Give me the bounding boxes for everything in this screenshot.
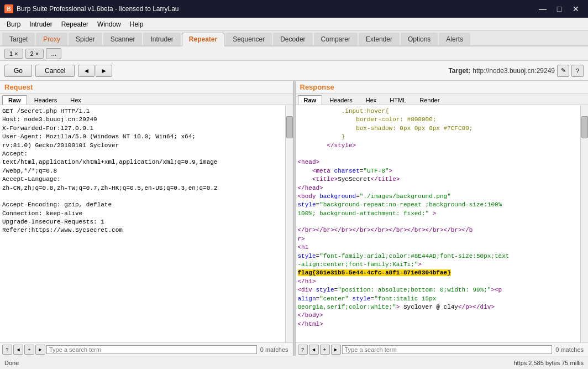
nav-tab-options[interactable]: Options (401, 33, 438, 45)
request-search-plus[interactable]: + (24, 345, 34, 355)
help-target-button[interactable]: ? (571, 65, 584, 77)
response-search-plus[interactable]: + (320, 345, 330, 355)
request-search-input[interactable] (46, 345, 257, 354)
response-content: .input:hover{ border-color: #808000; box… (296, 105, 589, 342)
request-content: GET /Secret.php HTTP/1.1 Host: node3.buu… (0, 105, 293, 342)
nav-tab-decoder[interactable]: Decoder (273, 33, 312, 45)
request-subtabs: Raw Headers Hex (0, 94, 293, 105)
response-search-back[interactable]: ◄ (309, 345, 319, 355)
request-scrollbar[interactable] (285, 105, 293, 342)
response-tab-render[interactable]: Render (413, 95, 445, 105)
titlebar-left: B Burp Suite Professional v1.6beta - lic… (4, 4, 179, 13)
response-subtabs: Raw Headers Hex HTML Render (296, 94, 589, 105)
menu-item-help[interactable]: Help (125, 19, 148, 29)
response-search-prev[interactable]: ? (298, 345, 308, 355)
nav-tab-proxy[interactable]: Proxy (36, 33, 67, 45)
request-panel-header: Request (0, 81, 293, 94)
edit-target-button[interactable]: ✎ (557, 65, 569, 77)
status-info: https 2,585 bytes 75 millis (513, 360, 584, 366)
toolbar: Go Cancel ◄ ► Target: http://node3.buuoj… (0, 61, 588, 81)
response-tab-raw[interactable]: Raw (298, 95, 323, 105)
response-tab-html[interactable]: HTML (384, 95, 412, 105)
request-panel: Request Raw Headers Hex GET /Secret.php … (0, 81, 293, 356)
request-search-next[interactable]: ► (35, 345, 45, 355)
response-search-next[interactable]: ► (331, 345, 341, 355)
repeater-more-button[interactable]: ... (46, 48, 61, 59)
app-icon: B (4, 4, 13, 13)
repeater-tabs: 1 ×2 ×... (0, 46, 588, 61)
repeater-tab-2[interactable]: 2 × (25, 49, 44, 59)
nav-tab-target[interactable]: Target (2, 33, 35, 45)
repeater-tab-1[interactable]: 1 × (4, 49, 23, 59)
response-tab-headers[interactable]: Headers (323, 95, 359, 105)
response-search-bar: ? ◄ + ► 0 matches (296, 342, 589, 356)
request-scrollbar-thumb[interactable] (286, 116, 293, 138)
nav-tab-comparer[interactable]: Comparer (314, 33, 358, 45)
nav-tab-spider[interactable]: Spider (69, 33, 102, 45)
request-tab-hex[interactable]: Hex (64, 95, 87, 105)
nav-tab-intruder[interactable]: Intruder (143, 33, 180, 45)
request-tab-headers[interactable]: Headers (28, 95, 64, 105)
menu-bar: BurpIntruderRepeaterWindowHelp (0, 18, 588, 31)
response-scrollbar-thumb[interactable] (581, 116, 588, 138)
request-search-count: 0 matches (258, 346, 291, 353)
response-panel-header: Response (296, 81, 589, 94)
request-search-bar: ? ◄ + ► 0 matches (0, 342, 293, 356)
response-search-count: 0 matches (553, 346, 586, 353)
menu-item-repeater[interactable]: Repeater (57, 19, 93, 29)
nav-tabs: TargetProxySpiderScannerIntruderRepeater… (0, 31, 588, 46)
forward-button[interactable]: ► (96, 65, 112, 77)
response-panel: Response Raw Headers Hex HTML Render .in… (296, 81, 589, 356)
cancel-button[interactable]: Cancel (35, 65, 75, 77)
maximize-button[interactable]: □ (552, 3, 567, 14)
response-text[interactable]: .input:hover{ border-color: #808000; box… (296, 105, 581, 342)
request-text[interactable]: GET /Secret.php HTTP/1.1 Host: node3.buu… (0, 105, 285, 342)
title-bar: B Burp Suite Professional v1.6beta - lic… (0, 0, 588, 18)
nav-tab-repeater[interactable]: Repeater (182, 33, 224, 46)
nav-tab-extender[interactable]: Extender (359, 33, 400, 45)
main-content: Request Raw Headers Hex GET /Secret.php … (0, 81, 588, 356)
close-button[interactable]: ✕ (568, 3, 584, 14)
nav-tab-scanner[interactable]: Scanner (103, 33, 143, 45)
status-bar: Done https 2,585 bytes 75 millis (0, 356, 588, 369)
menu-item-window[interactable]: Window (93, 19, 125, 29)
go-button[interactable]: Go (4, 65, 32, 77)
menu-item-burp[interactable]: Burp (2, 19, 25, 29)
target-display: Target: http://node3.buuoj.cn:29249 ✎ ? (448, 65, 584, 77)
request-search-back[interactable]: ◄ (13, 345, 23, 355)
back-button[interactable]: ◄ (78, 65, 95, 77)
response-tab-hex[interactable]: Hex (360, 95, 383, 105)
response-scrollbar[interactable] (580, 105, 588, 342)
request-search-prev[interactable]: ? (2, 345, 12, 355)
window-controls: — □ ✕ (535, 3, 584, 14)
response-search-input[interactable] (342, 345, 553, 354)
window-title: Burp Suite Professional v1.6beta - licen… (17, 5, 179, 13)
status-text: Done (4, 360, 19, 366)
request-tab-raw[interactable]: Raw (2, 95, 27, 105)
menu-item-intruder[interactable]: Intruder (25, 19, 56, 29)
nav-tab-alerts[interactable]: Alerts (439, 33, 470, 45)
nav-tab-sequencer[interactable]: Sequencer (225, 33, 272, 45)
target-url: http://node3.buuoj.cn:29249 (473, 67, 555, 75)
minimize-button[interactable]: — (535, 3, 550, 14)
target-label: Target: (448, 67, 470, 75)
